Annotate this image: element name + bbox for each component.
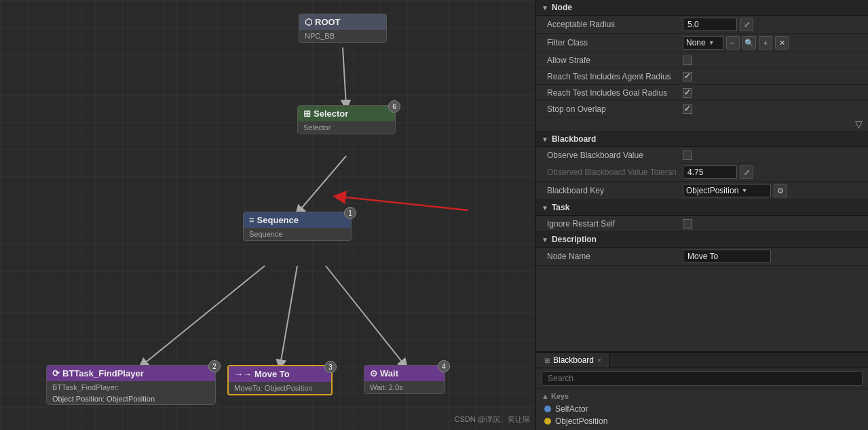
filter-row: ▽ (536, 117, 868, 132)
graph-canvas[interactable]: ⬡ ROOT NPC_BB 6 ⊞ Selector Selector 1 ≡ … (0, 0, 535, 430)
acceptable-radius-expand-icon[interactable]: ⤢ (740, 18, 753, 31)
section-node-label: Node (552, 3, 572, 12)
section-description-triangle: ▼ (542, 236, 548, 243)
filter-class-label: Filter Class (547, 38, 683, 47)
filter-class-add-icon[interactable]: + (759, 36, 772, 50)
ignore-restart-value (683, 219, 860, 229)
blackboard-key-row: Blackboard Key ObjectPosition ▼ ⚙ (536, 182, 868, 200)
object-position-dot (544, 418, 551, 425)
section-blackboard-header[interactable]: ▼ Blackboard (536, 132, 868, 147)
sequence-title: Sequence (257, 215, 299, 225)
section-description-label: Description (552, 235, 597, 244)
section-task-header[interactable]: ▼ Task (536, 200, 868, 216)
observe-blackboard-row: Observe Blackboard Value (536, 147, 868, 163)
blackboard-tab-label: Blackboard (553, 355, 594, 365)
filter-class-dropdown-text: None (686, 38, 706, 47)
selector-title: Selector (314, 109, 348, 119)
section-node-header[interactable]: ▼ Node (536, 0, 868, 16)
stop-on-overlap-value (683, 104, 860, 114)
wait-title: Wait (380, 368, 398, 378)
filter-class-dropdown[interactable]: None ▼ (683, 36, 723, 50)
reach-test-agent-row: Reach Test Includes Agent Radius (536, 69, 868, 85)
filter-icon[interactable]: ▽ (855, 119, 863, 130)
svg-line-1 (299, 156, 346, 212)
section-blackboard-label: Blackboard (552, 134, 596, 144)
root-node[interactable]: ⬡ ROOT NPC_BB (299, 14, 387, 43)
ignore-restart-row: Ignore Restart Self (536, 216, 868, 232)
blackboard-key-edit-icon[interactable]: ⚙ (774, 184, 787, 197)
root-icon: ⬡ (305, 17, 312, 27)
blackboard-key-dropdown[interactable]: ObjectPosition ▼ (683, 184, 771, 197)
observed-tolerance-row: Observed Blackboard Value Toleran ⤢ (536, 163, 868, 182)
section-node-triangle: ▼ (542, 4, 548, 12)
section-blackboard-triangle: ▼ (542, 136, 548, 143)
section-task-label: Task (552, 203, 569, 212)
observe-blackboard-value (683, 151, 860, 160)
btfind-subtitle: BTTask_FindPlayer: (47, 381, 215, 393)
filter-class-value: None ▼ ← 🔍 + ✕ (683, 36, 860, 50)
root-title: ROOT (315, 17, 341, 27)
observe-blackboard-label: Observe Blackboard Value (547, 151, 683, 160)
blackboard-key-value: ObjectPosition ▼ ⚙ (683, 184, 860, 197)
moveto-node[interactable]: 3 →→ Move To MoveTo: ObjectPosition (227, 365, 333, 395)
svg-line-3 (280, 266, 297, 365)
observed-tolerance-label: Observed Blackboard Value Toleran (547, 168, 683, 177)
observe-blackboard-checkbox[interactable] (683, 151, 692, 160)
acceptable-radius-row: Acceptable Radius ⤢ (536, 16, 868, 34)
stop-on-overlap-checkbox[interactable] (683, 104, 692, 114)
btfind-icon: ⟳ (52, 368, 60, 378)
sequence-badge: 1 (344, 207, 356, 219)
observed-tolerance-value: ⤢ (683, 165, 860, 179)
selector-icon: ⊞ (303, 109, 311, 119)
node-name-input[interactable] (683, 250, 771, 263)
selector-node[interactable]: 6 ⊞ Selector Selector (297, 105, 396, 134)
ignore-restart-checkbox[interactable] (683, 219, 692, 229)
self-actor-dot (544, 406, 551, 412)
acceptable-radius-label: Acceptable Radius (547, 20, 683, 29)
ignore-restart-label: Ignore Restart Self (547, 219, 683, 229)
blackboard-search-input[interactable] (542, 371, 863, 386)
moveto-icon: →→ (234, 369, 252, 379)
allow-strafe-checkbox[interactable] (683, 56, 692, 65)
reach-test-agent-label: Reach Test Includes Agent Radius (547, 72, 683, 81)
filter-class-row: Filter Class None ▼ ← 🔍 + ✕ (536, 34, 868, 52)
selector-subtitle: Selector (298, 121, 395, 134)
wait-node[interactable]: 4 ⊙ Wait Wait: 2.0s (364, 365, 445, 394)
wait-icon: ⊙ (370, 368, 377, 378)
blackboard-key-label: Blackboard Key (547, 186, 683, 195)
section-description-header[interactable]: ▼ Description (536, 232, 868, 248)
blackboard-tab-close[interactable]: × (597, 357, 601, 364)
filter-class-clear-icon[interactable]: ✕ (775, 36, 789, 50)
moveto-badge: 3 (324, 361, 337, 373)
stop-on-overlap-label: Stop on Overlap (547, 104, 683, 114)
root-subtitle: NPC_BB (299, 30, 386, 42)
reach-test-goal-row: Reach Test Includes Goal Radius (536, 85, 868, 101)
acceptable-radius-value: ⤢ (683, 18, 860, 31)
sequence-node[interactable]: 1 ≡ Sequence Sequence (243, 212, 352, 241)
reach-test-goal-checkbox[interactable] (683, 88, 692, 98)
observed-tolerance-expand-icon[interactable]: ⤢ (740, 165, 753, 179)
wait-badge: 4 (438, 360, 450, 372)
filter-class-search-icon[interactable]: 🔍 (742, 36, 756, 50)
btfind-detail: Object Position: ObjectPosition (47, 393, 215, 404)
node-name-label: Node Name (547, 252, 683, 261)
selector-badge: 6 (388, 100, 400, 113)
filter-class-arrow-icon[interactable]: ← (726, 36, 740, 50)
watermark: CSDN @浮沉、奕让琛 (455, 414, 530, 425)
blackboard-tab-icon: ⊞ (544, 357, 550, 364)
reach-test-goal-label: Reach Test Includes Goal Radius (547, 88, 683, 98)
key-self-actor[interactable]: SelfActor (542, 403, 863, 415)
properties-spacer (536, 266, 868, 351)
btfind-title: BTTask_FindPlayer (62, 368, 144, 378)
acceptable-radius-input[interactable] (683, 18, 737, 31)
reach-test-agent-checkbox[interactable] (683, 72, 692, 81)
blackboard-search-row (536, 368, 868, 389)
btfind-node[interactable]: 2 ⟳ BTTask_FindPlayer BTTask_FindPlayer:… (46, 365, 216, 405)
observed-tolerance-input[interactable] (683, 165, 737, 179)
keys-label: ▲ Keys (542, 392, 863, 400)
node-name-value (683, 250, 860, 263)
key-object-position[interactable]: ObjectPosition (542, 415, 863, 427)
svg-line-2 (143, 266, 265, 365)
blackboard-tab[interactable]: ⊞ Blackboard × (536, 353, 610, 368)
allow-strafe-label: Allow Strafe (547, 56, 683, 65)
